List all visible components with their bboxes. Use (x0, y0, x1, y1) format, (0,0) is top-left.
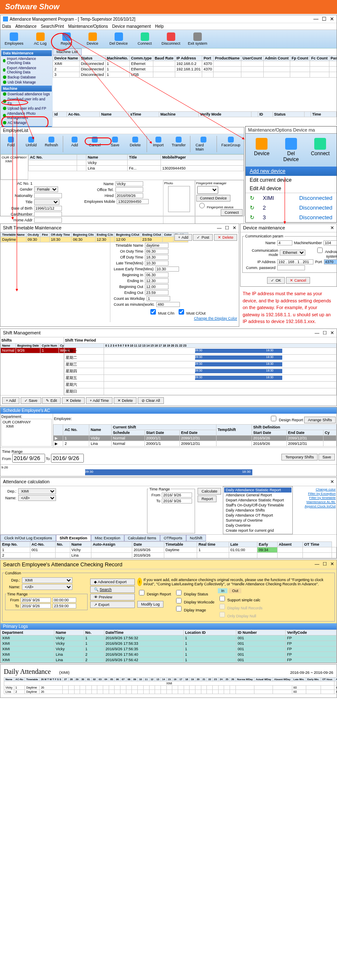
sel-calc-dep[interactable]: XIMI (18, 488, 56, 494)
tab-0[interactable]: Clock In/Out Log Exceptions (0, 535, 56, 541)
inp-s-to[interactable] (21, 603, 51, 608)
tbtn-Employees[interactable]: Employees (2, 32, 26, 46)
tbtn-Device[interactable]: Device (81, 32, 104, 46)
inp-ttname[interactable] (145, 243, 168, 248)
inp-port[interactable] (324, 259, 337, 264)
btn-ok[interactable]: ✓ OK (267, 277, 285, 284)
report-item[interactable]: Daily Attendance Shifts (224, 508, 292, 513)
chk-mustcin[interactable] (150, 309, 156, 315)
menu-Data[interactable]: Data (2, 24, 11, 29)
table-row[interactable]: XIMILina22016/9/26 17:56:421001FP (1, 657, 337, 662)
rad-fpdev[interactable] (199, 203, 205, 208)
tab-3[interactable]: Calculated Items (124, 535, 160, 541)
inp-card[interactable] (34, 212, 62, 217)
chk[interactable] (176, 606, 182, 611)
tbtn-Del Device[interactable]: Del Device (107, 32, 131, 46)
chk[interactable] (176, 590, 182, 595)
tbtn-Disconnect[interactable]: Disconnect (159, 32, 183, 46)
menu-edit-current[interactable]: Edit current device (246, 176, 337, 184)
sideitem[interactable]: Export Attendance Checking Data (1, 65, 52, 75)
table-row[interactable]: ▶2LinaNormal2000/1/12099/12/312016/9/262… (53, 441, 337, 446)
tbtn-Unfold[interactable]: Unfold (22, 136, 40, 152)
chk-mustcout[interactable] (179, 309, 184, 315)
menu-add-device[interactable]: Add new device (246, 167, 337, 176)
inp-ip[interactable] (277, 259, 313, 264)
sideitem[interactable]: Backup Database (1, 75, 52, 80)
inp-addr[interactable] (34, 218, 62, 223)
inp-s-tot[interactable] (53, 603, 76, 608)
sel-s-name[interactable]: <All> (22, 584, 72, 590)
report-item[interactable]: Staff's On-Duty/Off-Duty Timetable (224, 503, 292, 508)
sidelink[interactable]: Maintenance AL/BL (307, 500, 336, 504)
sidelink[interactable]: Filter by Exception (308, 492, 336, 495)
btn-add[interactable]: + Add (174, 234, 192, 241)
btn-Delete[interactable]: ✕ Delete (114, 397, 137, 404)
inp-to[interactable] (51, 454, 84, 463)
btn-calculate[interactable]: Calculate (198, 488, 221, 495)
inp-leaveearly[interactable] (155, 267, 179, 272)
sidelink[interactable]: Filter by timetable (309, 496, 336, 500)
menu-Search/Print[interactable]: Search/Print (41, 24, 64, 29)
sel-calc-name[interactable]: <All> (18, 495, 56, 501)
inp-beginout[interactable] (145, 284, 168, 289)
sideitem[interactable]: Import Attendance Checking Data (1, 56, 52, 65)
btn-Save[interactable]: ✓ Save (21, 397, 41, 404)
tbtn-Connect[interactable]: Connect (133, 32, 157, 46)
sideitem[interactable]: Upload user info and FP (1, 106, 52, 111)
inp-calc-to[interactable] (162, 498, 192, 503)
table-row[interactable]: 2Lina2016/9/26 (1, 552, 337, 558)
sel-commmode[interactable]: Ethernet (280, 250, 305, 256)
menu-Help[interactable]: Help (155, 24, 164, 29)
inp-late[interactable] (145, 261, 168, 266)
btn-delete[interactable]: ✕ Delete (214, 234, 237, 241)
chk[interactable] (219, 604, 225, 609)
inp-countwd[interactable] (147, 296, 170, 301)
sidelink[interactable]: Append Clock In/Out (305, 504, 336, 508)
chk-design[interactable] (271, 416, 276, 421)
sel-fp[interactable] (197, 186, 218, 194)
table-row[interactable]: 1001Vichy2016/9/26Daytime101:01:0009:34 (1, 547, 337, 552)
close-icon[interactable]: ✕ (330, 479, 334, 485)
close-icon[interactable]: ✕ (233, 225, 236, 231)
inp-tel[interactable] (115, 187, 143, 192)
close-icon[interactable]: ✕ (330, 561, 334, 568)
btn-preview[interactable]: 👁 Preview (90, 594, 135, 600)
inp-calc-from[interactable] (162, 493, 192, 498)
zbtn-Device[interactable]: Device (247, 135, 276, 165)
close-icon[interactable]: ✕ (330, 330, 334, 336)
max-icon[interactable]: ☐ (323, 330, 327, 336)
report-item[interactable]: Daily Attendance Statistic Report (224, 487, 292, 493)
report-item[interactable]: Depart Attendance Statistic Report (224, 498, 292, 503)
tbtn-Exit system[interactable]: Exit system (185, 32, 210, 46)
report-item[interactable]: Attendance General Report (224, 493, 292, 498)
tbtn-Delete[interactable]: Delete (126, 136, 144, 152)
btn-Add[interactable]: + Add (2, 397, 19, 404)
sidelink[interactable]: Change color (316, 487, 336, 491)
zoom-row[interactable]: ↻2Disconnected (246, 203, 337, 213)
tab-1[interactable]: Shift Exception (56, 535, 91, 541)
menu-Attendance[interactable]: Attendance (15, 24, 37, 29)
menu-edit-all[interactable]: Edit All device (246, 184, 337, 193)
link-change-color[interactable]: Change the Display Color (194, 316, 237, 320)
inp-nat[interactable] (34, 193, 62, 198)
tbtn-Add[interactable]: Add (66, 136, 83, 152)
inp-s-fromt[interactable] (53, 598, 76, 603)
inp-beginin[interactable] (145, 272, 168, 277)
tbtn-Import[interactable]: Import (150, 136, 167, 152)
table-row[interactable]: XIMIVicky12016/9/26 17:56:331001FP (1, 641, 337, 646)
btn-Clear All[interactable]: ⊘ Clear All (138, 397, 164, 404)
inp-machno[interactable] (324, 240, 337, 245)
inp-countmin[interactable] (156, 302, 180, 307)
report-item[interactable]: Daily Attendance OT Report (224, 513, 292, 518)
btn-report[interactable]: Report (198, 495, 217, 502)
menu-Device management[interactable]: Device management (112, 24, 151, 29)
chk-android[interactable] (317, 248, 323, 253)
btn-cancel[interactable]: ✕ Cancel (286, 277, 310, 284)
tbtn-Fold[interactable]: Fold (2, 136, 20, 152)
inp-from[interactable] (12, 454, 45, 463)
min-icon[interactable]: — (313, 16, 318, 22)
btn-advexp[interactable]: ◆ Advanced Export (90, 579, 135, 585)
btn-arrange[interactable]: Arrange Shifts (304, 417, 336, 423)
inp-mobile[interactable] (117, 199, 149, 204)
sel-title[interactable] (34, 199, 59, 205)
